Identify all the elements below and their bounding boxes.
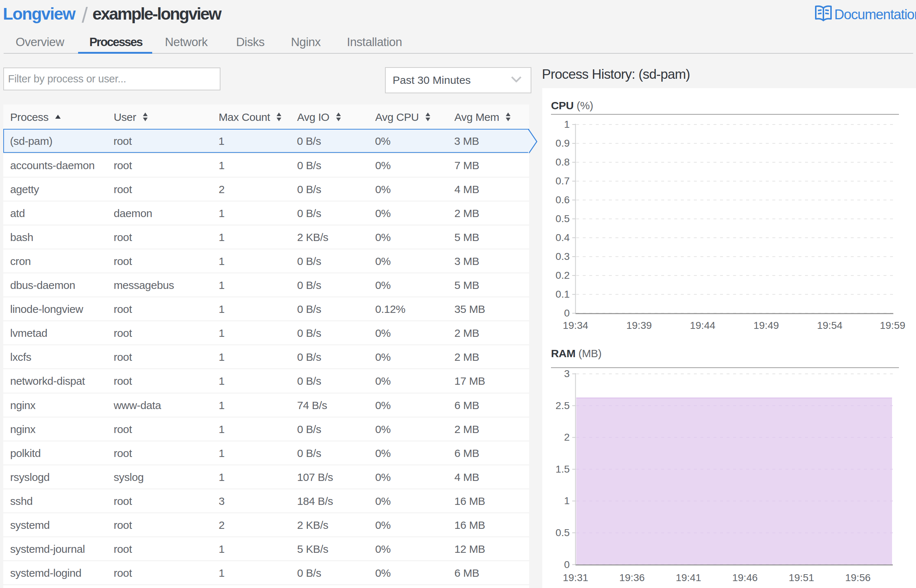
svg-text:0.8: 0.8	[556, 157, 570, 168]
svg-text:3: 3	[564, 368, 570, 379]
svg-text:19:34: 19:34	[563, 320, 588, 331]
svg-text:0.5: 0.5	[556, 213, 570, 224]
svg-text:19:44: 19:44	[690, 320, 715, 331]
svg-text:19:59: 19:59	[880, 320, 905, 331]
svg-text:19:39: 19:39	[626, 320, 652, 331]
svg-text:0.1: 0.1	[556, 289, 570, 300]
svg-text:0.2: 0.2	[556, 270, 570, 281]
svg-text:19:36: 19:36	[619, 572, 645, 583]
svg-text:19:41: 19:41	[676, 572, 701, 583]
svg-text:2.5: 2.5	[556, 400, 570, 411]
svg-text:19:56: 19:56	[845, 572, 871, 583]
svg-text:19:31: 19:31	[563, 572, 588, 583]
svg-text:0: 0	[564, 307, 570, 319]
svg-text:1: 1	[564, 495, 570, 506]
svg-text:1.5: 1.5	[556, 464, 570, 475]
svg-text:0.9: 0.9	[556, 137, 570, 149]
svg-text:19:54: 19:54	[817, 320, 842, 331]
svg-text:0.7: 0.7	[556, 175, 570, 187]
svg-text:0: 0	[564, 559, 570, 570]
svg-text:0.5: 0.5	[556, 527, 570, 538]
svg-text:0.3: 0.3	[556, 251, 570, 262]
svg-text:2: 2	[564, 431, 570, 443]
svg-text:19:49: 19:49	[753, 320, 779, 331]
svg-text:19:51: 19:51	[788, 572, 814, 583]
svg-text:0.4: 0.4	[556, 232, 570, 243]
svg-text:19:46: 19:46	[732, 572, 757, 583]
svg-text:0.6: 0.6	[556, 194, 570, 205]
svg-text:1: 1	[564, 119, 570, 130]
